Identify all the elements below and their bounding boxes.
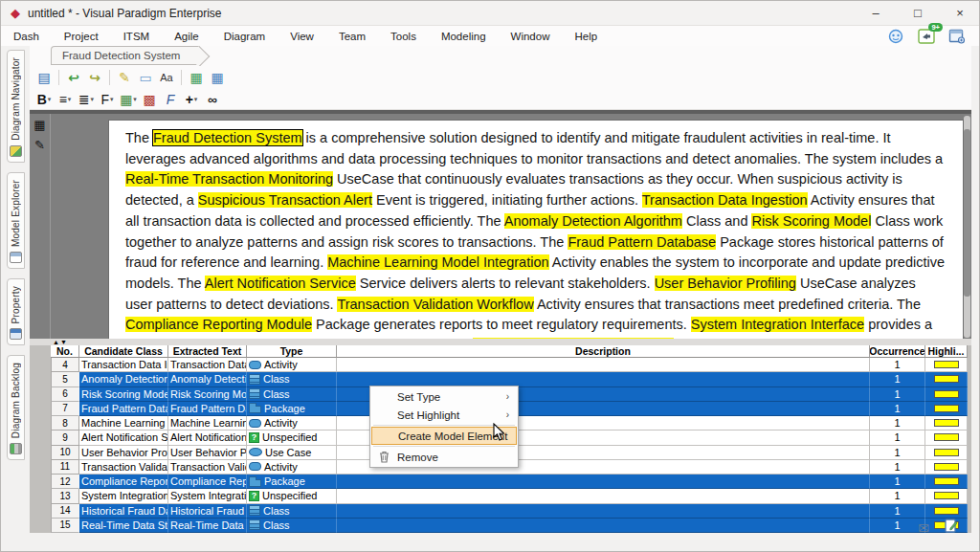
highlighted-term[interactable]: Compliance Reporting Module [125, 317, 312, 332]
highlight-color-cell[interactable] [925, 402, 968, 416]
type-cell[interactable]: Class [247, 387, 337, 402]
type-cell[interactable]: Class [247, 372, 337, 386]
highlight-color-cell[interactable] [925, 504, 968, 519]
highlighted-term[interactable]: Real-Time Transaction Monitoring [125, 171, 333, 187]
panel-splitter[interactable]: ▲▼ [30, 339, 971, 345]
dropdown-arrow-icon[interactable]: ▾ [110, 96, 114, 103]
context-menu-item-remove[interactable]: Remove [371, 448, 517, 466]
grid-icon[interactable]: ▦ [33, 119, 45, 131]
dropdown-arrow-icon[interactable]: ▾ [133, 96, 137, 103]
minimize-button[interactable]: – [855, 1, 897, 25]
menu-item-help[interactable]: Help [562, 28, 610, 45]
sidebar-tab-diagram-backlog[interactable]: Diagram Backlog [7, 355, 25, 460]
message-icon[interactable]: ✉ [918, 520, 929, 536]
format-painter-button[interactable]: F [161, 90, 180, 109]
sidebar-tab-model-explorer[interactable]: Model Explorer [7, 172, 25, 269]
column-header-cand[interactable]: Candidate Class [79, 345, 168, 358]
highlight-color-swatch[interactable] [934, 449, 959, 456]
table-row[interactable]: 15Real-Time Data Stream ProcessorReal-Ti… [51, 519, 968, 533]
menu-item-modeling[interactable]: Modeling [429, 28, 499, 45]
font-button[interactable]: F▾ [98, 90, 117, 109]
highlight-color-swatch[interactable] [934, 405, 959, 412]
highlight-color-swatch[interactable] [934, 361, 959, 368]
type-cell[interactable]: Activity [247, 416, 337, 431]
align-button[interactable]: ≡▾ [56, 90, 75, 109]
menu-item-tools[interactable]: Tools [378, 28, 429, 45]
menu-item-project[interactable]: Project [52, 28, 111, 45]
dropdown-arrow-icon[interactable]: ▾ [194, 96, 198, 103]
highlight-color-cell[interactable] [925, 446, 968, 460]
dropdown-arrow-icon[interactable]: ▾ [91, 96, 95, 103]
highlighted-term[interactable]: System Integration Interface [691, 317, 864, 332]
highlight-color-cell[interactable] [925, 475, 968, 489]
column-header-ext[interactable]: Extracted Text [168, 345, 247, 358]
sidebar-tab-property[interactable]: Property [7, 278, 25, 345]
highlight-color-swatch[interactable] [934, 477, 959, 485]
edit-document-icon[interactable] [945, 519, 958, 537]
highlighted-term[interactable]: Risk Scoring Model [751, 213, 871, 229]
highlighted-term[interactable]: Transaction Validation Workflow [337, 297, 533, 312]
diagram-layout-icon[interactable]: ▦ [208, 68, 227, 87]
open-panel-icon[interactable] [947, 27, 968, 46]
highlight-color-cell[interactable] [925, 460, 968, 475]
column-header-occ[interactable]: Occurrence [870, 345, 925, 358]
menu-item-team[interactable]: Team [326, 28, 378, 45]
tab-fraud-detection-system[interactable]: Fraud Detection System [51, 46, 199, 65]
color-palette-button[interactable]: ▩ [140, 90, 159, 109]
announcements-icon[interactable]: 9+ [916, 27, 937, 46]
table-button[interactable]: ▦▾ [119, 90, 138, 109]
table-row[interactable]: 12Compliance Reporting ModuleCompliance … [51, 475, 968, 489]
menu-item-dash[interactable]: Dash [1, 28, 52, 45]
collapse-expand-icon[interactable]: ▲▼ [53, 339, 68, 345]
table-row[interactable]: 14Historical Fraud Data RepositoryHistor… [51, 504, 968, 519]
type-cell[interactable]: Class [247, 519, 337, 533]
highlight-color-cell[interactable] [925, 416, 968, 431]
type-cell[interactable]: Activity [247, 460, 337, 475]
sidebar-tab-diagram-navigator[interactable]: Diagram Navigator [7, 50, 25, 163]
column-header-no[interactable]: No. [51, 345, 79, 358]
import-icon[interactable]: ↩ [64, 68, 83, 87]
add-button[interactable]: +▾ [182, 90, 201, 109]
column-header-hl[interactable]: Highli... [925, 345, 968, 358]
highlighted-term[interactable]: Anomaly Detection Algorithm [504, 213, 682, 229]
dropdown-arrow-icon[interactable]: ▾ [68, 96, 72, 103]
highlight-color-swatch[interactable] [934, 419, 959, 427]
highlighted-term[interactable]: Transaction Data Ingestion [642, 192, 808, 208]
highlight-color-cell[interactable] [925, 387, 968, 402]
type-cell[interactable]: ?Unspecified [247, 489, 337, 503]
highlight-color-swatch[interactable] [934, 463, 959, 471]
close-button[interactable]: × [939, 1, 980, 25]
menu-item-agile[interactable]: Agile [162, 28, 212, 45]
type-cell[interactable]: Activity [247, 358, 337, 372]
menu-item-diagram[interactable]: Diagram [212, 28, 278, 45]
menu-item-view[interactable]: View [278, 28, 326, 45]
highlight-color-swatch[interactable] [934, 433, 959, 441]
scrollbar-thumb[interactable] [964, 129, 970, 297]
maximize-button[interactable]: □ [897, 1, 939, 25]
feather-highlighter-icon[interactable]: ✎ [34, 139, 45, 151]
highlight-color-swatch[interactable] [934, 390, 959, 398]
highlighted-term[interactable]: Alert Notification Service [205, 276, 356, 291]
highlighted-term[interactable]: Fraud Pattern Database [568, 234, 716, 250]
text-analysis-icon[interactable]: ▤ [34, 68, 54, 87]
highlight-color-swatch[interactable] [934, 375, 959, 383]
table-row[interactable]: 13System Integration InterfaceSystem Int… [51, 489, 968, 503]
highlighted-term[interactable]: User Behavior Profiling [655, 276, 796, 291]
table-row[interactable]: 4Transaction Data IngestionTransaction D… [51, 358, 968, 372]
menu-item-itsm[interactable]: ITSM [111, 28, 162, 45]
highlight-color-cell[interactable] [925, 431, 968, 445]
type-cell[interactable]: Class [247, 504, 337, 519]
highlight-color-cell[interactable] [925, 489, 968, 503]
column-header-desc[interactable]: Description [337, 345, 870, 358]
menu-item-window[interactable]: Window [499, 28, 563, 45]
context-menu-item-set-highlight[interactable]: Set Highlight› [371, 406, 517, 424]
ai-assistant-icon[interactable] [885, 27, 906, 46]
list-button[interactable]: ≣▾ [77, 90, 96, 109]
dropdown-arrow-icon[interactable]: ▾ [48, 96, 52, 103]
highlighted-term[interactable]: Fraud Detection System [153, 130, 302, 145]
find-button[interactable]: ∞ [203, 90, 222, 109]
type-cell[interactable]: ?Unspecified [247, 431, 337, 445]
highlighted-term[interactable]: Machine Learning Model Integration [327, 254, 548, 270]
context-menu-item-set-type[interactable]: Set Type› [371, 387, 517, 406]
export-icon[interactable]: ↪ [85, 68, 104, 87]
